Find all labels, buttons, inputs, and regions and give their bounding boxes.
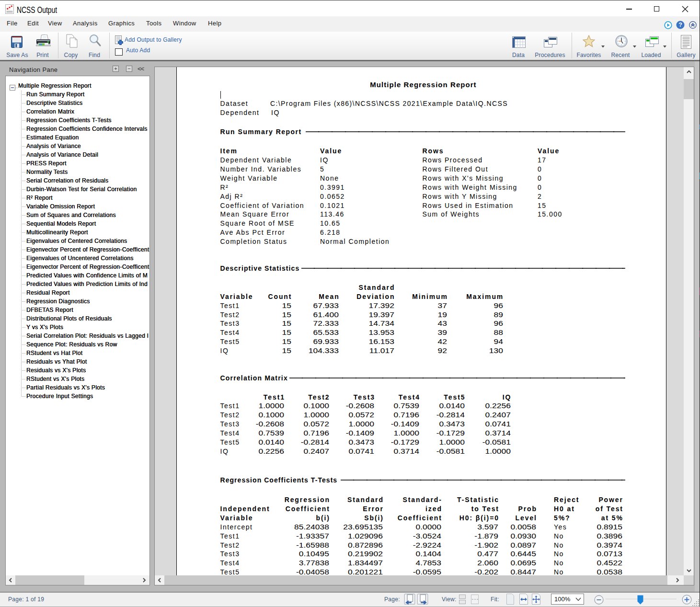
svg-text:?: ? [678,22,682,28]
